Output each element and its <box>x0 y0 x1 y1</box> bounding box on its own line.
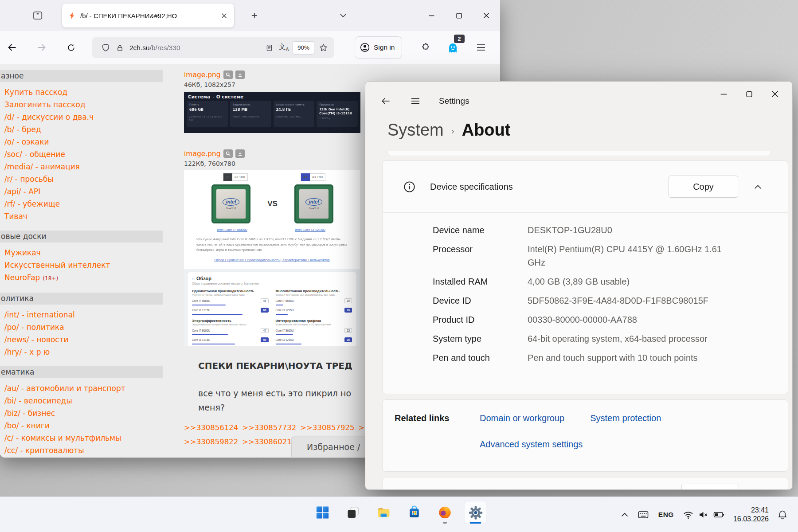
extensions-button[interactable] <box>416 38 434 57</box>
menu-button[interactable] <box>472 38 490 57</box>
settings-menu-button[interactable] <box>408 94 423 108</box>
maximize-button[interactable] <box>736 85 762 103</box>
reply-link[interactable]: >>330857925 <box>300 423 354 432</box>
file-link[interactable]: image.png <box>184 71 221 79</box>
minimize-button[interactable] <box>418 0 445 31</box>
copy-button[interactable]: Copy <box>669 176 738 198</box>
hidden-icons-chevron[interactable] <box>618 505 631 524</box>
download-image-button[interactable] <box>235 70 245 79</box>
thumbnail-system-screenshot[interactable]: Система›О системе Память686 GBДоступно 1… <box>184 92 360 133</box>
language-indicator[interactable]: ENG <box>655 505 677 524</box>
spec-row: Product ID00330-80000-00000-AA788 <box>433 313 777 326</box>
reply-link[interactable]: >>330857732 <box>242 423 296 432</box>
sign-in-button[interactable]: Sign in <box>355 36 402 59</box>
cpu-caption-right: Intel Core i3 1215U <box>295 228 325 232</box>
forward-button[interactable] <box>33 39 51 56</box>
tracking-protection-shield-icon[interactable] <box>98 41 113 55</box>
thumbnail-cpu-comparison[interactable]: 31из 100 44из 100 intelCore™ i7 VS intel… <box>184 170 360 346</box>
network-volume-battery-group[interactable] <box>680 505 728 524</box>
cpu-chip-left: intelCore™ i7 <box>211 184 250 223</box>
settings-taskbar-button[interactable] <box>464 501 487 524</box>
search-image-button[interactable] <box>223 70 233 79</box>
lock-icon[interactable] <box>113 41 127 55</box>
file-link[interactable]: image.png <box>184 150 221 158</box>
padlock-icon <box>116 44 124 52</box>
collapse-chevron-button[interactable] <box>748 178 767 196</box>
embed-nav-links: Обзор | Сравнение | Производительность |… <box>184 253 360 266</box>
bookmark-star-icon[interactable] <box>316 41 330 55</box>
system-protection-link[interactable]: System protection <box>590 413 661 423</box>
reader-view-icon <box>266 44 273 52</box>
settings-back-button[interactable] <box>378 94 393 108</box>
close-icon <box>483 12 489 19</box>
puzzle-icon <box>420 43 430 52</box>
info-icon <box>403 181 415 193</box>
overview-subtitle: Обзор и сравнение основных метрик от Nan… <box>192 282 352 285</box>
spec-label: Pen and touch <box>433 351 528 364</box>
battery-icon <box>713 509 725 520</box>
minimize-icon <box>720 91 727 98</box>
time: 23:41 <box>733 506 769 515</box>
microsoft-store-button[interactable] <box>403 501 426 524</box>
back-button[interactable] <box>3 39 20 56</box>
address-bar[interactable]: 2ch.su/b/res/330 文A 90% <box>92 37 334 58</box>
firefox-taskbar-button[interactable] <box>434 501 457 524</box>
minimize-icon <box>429 13 434 19</box>
forward-arrow-icon <box>37 43 47 52</box>
search-image-button[interactable] <box>223 149 233 158</box>
score-left: 31из 100 <box>223 173 248 181</box>
spec-label: Product ID <box>433 313 528 326</box>
reply-link[interactable]: >>330860214 <box>242 438 296 446</box>
embed-card: Видеопамять128 MBIntel(R) UHD Graphics <box>230 101 271 127</box>
shield-icon <box>102 43 110 52</box>
firefox-view-icon <box>32 10 43 21</box>
post-text-line: меня? <box>198 403 225 412</box>
minimize-button[interactable] <box>711 85 736 103</box>
task-view-button[interactable] <box>342 501 365 524</box>
thread-title: СПЕКИ ПЕКАРНИ\НОУТА ТРЕД <box>198 360 352 371</box>
breadcrumb-parent[interactable]: System <box>387 121 444 140</box>
ghostery-extension-button[interactable]: 2 <box>443 38 462 57</box>
touch-keyboard-button[interactable] <box>634 505 653 524</box>
embed-cpu-header: 31из 100 44из 100 intelCore™ i7 VS intel… <box>184 170 360 269</box>
download-icon <box>238 72 243 77</box>
hamburger-icon <box>411 98 420 105</box>
bell-icon <box>777 509 788 520</box>
reload-button[interactable] <box>62 39 80 56</box>
spec-value: 5DF50862-3F9E-4A84-8D0D-F1F8BC98015F <box>528 294 708 307</box>
domain-or-workgroup-link[interactable]: Domain or workgroup <box>480 413 564 423</box>
reader-mode-icon[interactable] <box>262 41 277 55</box>
post-text-line: все что у меня есть это пикрил но <box>198 388 351 398</box>
taskbar: ENG 23:41 16.03.2026 <box>0 497 798 532</box>
maximize-icon <box>456 13 462 19</box>
translate-icon[interactable]: 文A <box>277 41 291 55</box>
navigation-toolbar: 2ch.su/b/res/330 文A 90% Sign in 2 <box>0 31 500 64</box>
maximize-button[interactable] <box>445 0 473 31</box>
notification-bell-button[interactable] <box>774 505 791 524</box>
embed-captions: Intel Core i7 8665U Intel Core i3 1215U <box>184 223 360 232</box>
cpu-caption-left: Intel Core i7 8665U <box>217 228 247 232</box>
tab-list-chevron-button[interactable] <box>335 9 351 22</box>
close-window-button[interactable] <box>473 0 500 31</box>
tab-close-button[interactable] <box>218 10 230 21</box>
browser-tab[interactable]: /b/ - СПЕКИ ПЕКАРНИ&#92;НО <box>62 4 234 27</box>
file-meta: 122Кб, 760x780 <box>184 160 235 167</box>
clock[interactable]: 23:41 16.03.2026 <box>731 506 771 524</box>
task-view-icon <box>346 505 360 520</box>
advanced-system-settings-link[interactable]: Advanced system settings <box>480 439 583 449</box>
close-window-button[interactable] <box>762 85 788 103</box>
firefox-view-button[interactable] <box>29 8 46 23</box>
file-explorer-button[interactable] <box>372 501 395 524</box>
breadcrumb-chevron: › <box>451 125 454 136</box>
settings-window-title: Settings <box>439 96 469 106</box>
related-links-card: Related links Domain or workgroup System… <box>382 399 788 472</box>
page-zoom-indicator[interactable]: 90% <box>293 41 314 55</box>
start-button[interactable] <box>311 501 334 524</box>
reply-link[interactable]: >>330859822 <box>184 438 238 446</box>
new-tab-button[interactable]: + <box>246 8 262 23</box>
overview-title: ⌂Обзор <box>192 276 352 281</box>
reply-link[interactable]: >>330856124 <box>184 423 238 432</box>
vs-label: VS <box>267 200 278 208</box>
related-links-label: Related links <box>395 413 480 423</box>
download-image-button[interactable] <box>235 149 245 158</box>
